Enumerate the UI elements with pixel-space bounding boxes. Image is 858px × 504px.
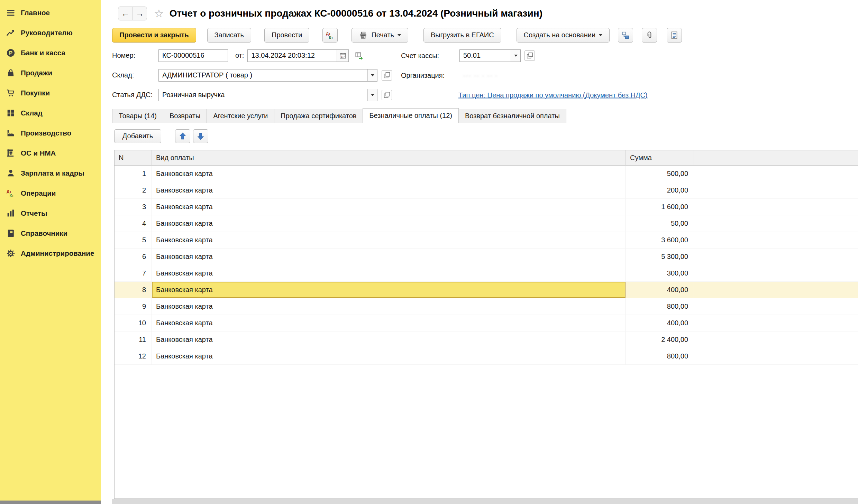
sidebar-item-purchases[interactable]: Покупки — [0, 83, 101, 103]
payment-type-cell[interactable]: Банковская карта — [152, 348, 626, 365]
document-reports-button[interactable] — [667, 28, 682, 43]
tab-cashless-returns[interactable]: Возврат безналичной оплаты — [458, 109, 566, 123]
show-postings-button[interactable]: ДтКт — [322, 28, 338, 43]
open-journal-button[interactable] — [355, 51, 364, 60]
back-button[interactable]: ← — [118, 7, 133, 20]
post-and-close-button[interactable]: Провести и закрыть — [112, 28, 196, 43]
table-row[interactable]: 12Банковская карта800,00 — [115, 348, 858, 365]
tab-certificates[interactable]: Продажа сертификатов — [274, 109, 363, 123]
sidebar-item-salary-hr[interactable]: Зарплата и кадры — [0, 163, 101, 183]
warehouse-open-button[interactable] — [382, 70, 392, 81]
cash-account-open-button[interactable] — [524, 50, 535, 61]
attachments-button[interactable] — [642, 28, 657, 43]
row-number-cell[interactable]: 9 — [115, 298, 152, 315]
table-row[interactable]: 11Банковская карта2 400,00 — [115, 332, 858, 348]
column-header-payment-type[interactable]: Вид оплаты — [152, 150, 626, 166]
sum-cell[interactable]: 50,00 — [626, 215, 694, 232]
table-row[interactable]: 10Банковская карта400,00 — [115, 315, 858, 332]
save-button[interactable]: Записать — [207, 28, 251, 43]
table-row[interactable]: 3Банковская карта1 600,00 — [115, 199, 858, 215]
table-row[interactable]: 2Банковская карта200,00 — [115, 182, 858, 199]
favorite-star-icon[interactable]: ☆ — [154, 8, 164, 19]
sum-cell[interactable]: 800,00 — [626, 348, 694, 365]
sum-cell[interactable]: 200,00 — [626, 182, 694, 199]
sum-cell[interactable]: 2 400,00 — [626, 332, 694, 348]
payment-type-cell[interactable]: Банковская карта — [152, 282, 626, 298]
sum-cell[interactable]: 1 600,00 — [626, 199, 694, 215]
number-input[interactable] — [159, 50, 228, 62]
table-row[interactable]: 6Банковская карта5 300,00 — [115, 249, 858, 265]
sidebar-item-fixed-assets[interactable]: ОС и НМА — [0, 143, 101, 163]
sum-cell[interactable]: 400,00 — [626, 282, 694, 298]
post-button[interactable]: Провести — [264, 28, 309, 43]
table-row[interactable]: 4Банковская карта50,00 — [115, 215, 858, 232]
sidebar-item-bank-cash[interactable]: PБанк и касса — [0, 43, 101, 63]
sum-cell[interactable]: 500,00 — [626, 166, 694, 182]
sidebar-item-main[interactable]: Главное — [0, 3, 101, 23]
row-number-cell[interactable]: 4 — [115, 215, 152, 232]
move-down-button[interactable] — [193, 129, 208, 143]
row-number-cell[interactable]: 5 — [115, 232, 152, 249]
row-number-cell[interactable]: 8 — [115, 282, 152, 298]
row-number-cell[interactable]: 12 — [115, 348, 152, 365]
related-documents-button[interactable] — [618, 28, 633, 43]
forward-button[interactable]: → — [133, 7, 147, 20]
create-based-on-button[interactable]: Создать на основании — [517, 28, 610, 43]
add-row-button[interactable]: Добавить — [114, 129, 161, 143]
sidebar-item-administration[interactable]: Администрирование — [0, 243, 101, 263]
sum-cell[interactable]: 400,00 — [626, 315, 694, 332]
row-number-cell[interactable]: 11 — [115, 332, 152, 348]
payment-type-cell[interactable]: Банковская карта — [152, 332, 626, 348]
sum-cell[interactable]: 3 600,00 — [626, 232, 694, 249]
sidebar-item-catalogs[interactable]: Справочники — [0, 223, 101, 243]
row-number-cell[interactable]: 2 — [115, 182, 152, 199]
table-row[interactable]: 9Банковская карта800,00 — [115, 298, 858, 315]
payment-type-cell[interactable]: Банковская карта — [152, 199, 626, 215]
payment-type-cell[interactable]: Банковская карта — [152, 298, 626, 315]
sidebar-item-operations[interactable]: ДтКтОперации — [0, 183, 101, 203]
payment-type-cell[interactable]: Банковская карта — [152, 215, 626, 232]
table-row[interactable]: 8Банковская карта400,00 — [115, 282, 858, 298]
cash-account-input[interactable] — [460, 50, 511, 62]
price-type-link[interactable]: Тип цен: Цена продажи по умолчанию (Доку… — [458, 91, 648, 99]
cash-account-dropdown[interactable] — [511, 50, 520, 62]
dds-dropdown[interactable] — [367, 89, 377, 101]
payment-type-cell[interactable]: Банковская карта — [152, 232, 626, 249]
tab-cashless[interactable]: Безналичные оплаты (12) — [363, 108, 458, 123]
row-number-cell[interactable]: 10 — [115, 315, 152, 332]
sidebar-item-warehouse[interactable]: Склад — [0, 103, 101, 123]
egais-upload-button[interactable]: Выгрузить в ЕГАИС — [423, 28, 501, 43]
sidebar-item-manager[interactable]: Руководителю — [0, 23, 101, 43]
sidebar-item-reports[interactable]: Отчеты — [0, 203, 101, 223]
table-row[interactable]: 1Банковская карта500,00 — [115, 166, 858, 182]
date-input[interactable] — [248, 50, 337, 62]
sum-cell[interactable]: 800,00 — [626, 298, 694, 315]
sum-cell[interactable]: 5 300,00 — [626, 249, 694, 265]
column-header-n[interactable]: N — [115, 150, 152, 166]
payment-type-cell[interactable]: Банковская карта — [152, 315, 626, 332]
tab-goods[interactable]: Товары (14) — [112, 109, 163, 123]
row-number-cell[interactable]: 1 — [115, 166, 152, 182]
tab-agent-services[interactable]: Агентские услуги — [207, 109, 274, 123]
print-button[interactable]: Печать — [352, 28, 408, 43]
sum-cell[interactable]: 300,00 — [626, 265, 694, 282]
row-number-cell[interactable]: 6 — [115, 249, 152, 265]
warehouse-input[interactable] — [159, 69, 367, 81]
table-row[interactable]: 7Банковская карта300,00 — [115, 265, 858, 282]
payment-type-cell[interactable]: Банковская карта — [152, 166, 626, 182]
sidebar-item-production[interactable]: Производство — [0, 123, 101, 143]
payment-type-cell[interactable]: Банковская карта — [152, 265, 626, 282]
payment-type-cell[interactable]: Банковская карта — [152, 182, 626, 199]
payment-type-cell[interactable]: Банковская карта — [152, 249, 626, 265]
move-up-button[interactable] — [175, 129, 190, 143]
tab-returns[interactable]: Возвраты — [163, 109, 207, 123]
row-number-cell[interactable]: 3 — [115, 199, 152, 215]
sidebar-item-sales[interactable]: Продажи — [0, 63, 101, 83]
row-number-cell[interactable]: 7 — [115, 265, 152, 282]
column-header-sum[interactable]: Сумма — [626, 150, 694, 166]
dds-input[interactable] — [159, 89, 367, 101]
dds-open-button[interactable] — [382, 90, 392, 100]
table-row[interactable]: 5Банковская карта3 600,00 — [115, 232, 858, 249]
warehouse-dropdown[interactable] — [367, 69, 377, 81]
calendar-button[interactable] — [337, 50, 348, 62]
